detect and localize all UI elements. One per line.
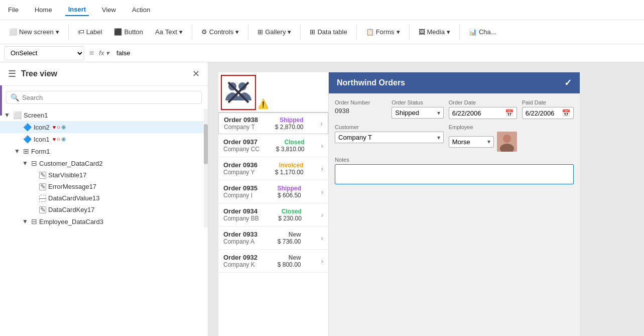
gallery-button[interactable]: ⊞ Gallery ▾ bbox=[252, 26, 296, 38]
field-order-status: Order Status Shipped ▾ bbox=[392, 99, 443, 119]
hamburger-icon[interactable]: ☰ bbox=[8, 68, 16, 79]
order-number-value: 0938 bbox=[335, 107, 387, 115]
field-order-number: Order Number 0938 bbox=[335, 99, 387, 119]
paid-date-input[interactable]: 6/22/2006 📅 bbox=[522, 107, 574, 119]
menu-file[interactable]: File bbox=[5, 4, 22, 16]
company-0936: Company Y bbox=[223, 169, 257, 176]
separator2 bbox=[192, 25, 192, 40]
order-amount-0937: $ 3,810.00 bbox=[276, 146, 305, 153]
order-info-0936: Order 0936 Company Y bbox=[223, 161, 257, 176]
order-date-input[interactable]: 6/22/2006 📅 bbox=[449, 107, 517, 119]
order-num-0935: Order 0935 bbox=[223, 184, 257, 192]
label-button[interactable]: 🏷 Label bbox=[73, 26, 107, 38]
form1-icon: ⊞ bbox=[23, 147, 29, 155]
detail-checkmark-icon[interactable]: ✓ bbox=[564, 77, 572, 88]
forms-chevron-icon: ▾ bbox=[397, 28, 400, 36]
icon2-users-svg bbox=[224, 78, 252, 106]
tree-label-form1: Form1 bbox=[31, 148, 50, 155]
separator1 bbox=[68, 25, 69, 40]
order-status-0935: Shipped bbox=[277, 185, 301, 192]
tree-item-form1[interactable]: ▼ ⊞ Form1 bbox=[0, 145, 204, 157]
menu-home[interactable]: Home bbox=[32, 4, 55, 16]
sidebar-close-button[interactable]: ✕ bbox=[192, 68, 200, 79]
employee-dropdown-value: Morse bbox=[452, 138, 470, 146]
company-0934: Company BB bbox=[223, 215, 259, 222]
data-table-button[interactable]: ⊞ Data table bbox=[305, 26, 352, 38]
warning-badge-icon2: ○ bbox=[57, 136, 60, 143]
menu-view[interactable]: View bbox=[99, 4, 119, 16]
order-num-0932: Order 0932 bbox=[223, 254, 257, 261]
order-date-label: Order Date bbox=[449, 99, 517, 105]
data-table-icon: ⊞ bbox=[310, 28, 315, 36]
order-amount-0935: $ 606.50 bbox=[277, 192, 301, 199]
datacard3-icon: ⊟ bbox=[31, 217, 37, 226]
list-item-0938[interactable]: Order 0938 Company T Shipped $ 2,870.00 … bbox=[218, 113, 328, 134]
tree-item-employee-datacard3[interactable]: ▼ ⊟ Employee_DataCard3 bbox=[0, 215, 204, 228]
tree-item-errormessage17[interactable]: ✎ ErrorMessage17 bbox=[0, 181, 204, 192]
forms-button[interactable]: 📋 Forms ▾ bbox=[361, 26, 405, 38]
tree-label-employee-datacard3: Employee_DataCard3 bbox=[39, 218, 103, 226]
order-num-0933: Order 0933 bbox=[223, 231, 257, 238]
tree-item-screen1[interactable]: ▼ ⬜ Screen1 bbox=[0, 109, 204, 121]
notes-input[interactable] bbox=[335, 164, 574, 184]
employee-dropdown[interactable]: Morse ▾ bbox=[449, 136, 494, 148]
tree-content: ▼ ⬜ Screen1 🔷 Icon2 ♥ ○ ⊕ bbox=[0, 109, 204, 228]
sidebar-scrollbar[interactable] bbox=[204, 109, 208, 228]
chart-label: Cha... bbox=[479, 28, 496, 36]
list-item-0934[interactable]: Order 0934 Company BB Closed $ 230.00 › bbox=[218, 203, 328, 227]
separator3 bbox=[248, 25, 248, 40]
new-screen-label: New screen bbox=[19, 28, 54, 36]
tree-item-datacardkey17[interactable]: ✎ DataCardKey17 bbox=[0, 204, 204, 215]
chevron-0933: › bbox=[321, 234, 323, 242]
new-screen-button[interactable]: ⬜ New screen ▾ bbox=[4, 26, 64, 38]
plus-badge: ⊕ bbox=[61, 124, 66, 131]
tree-item-icon1[interactable]: 🔷 Icon1 ♥ ○ ⊕ bbox=[0, 133, 204, 145]
list-item-0936[interactable]: Order 0936 Company Y Invoiced $ 1,170.00… bbox=[218, 157, 328, 180]
company-0932: Company K bbox=[223, 261, 257, 268]
tree-item-datacardvalue13[interactable]: — DataCardValue13 bbox=[0, 192, 204, 204]
sidebar-scroll-thumb[interactable] bbox=[204, 124, 208, 164]
order-right-0935: Shipped $ 606.50 bbox=[277, 185, 301, 199]
media-button[interactable]: 🖼 Media ▾ bbox=[414, 26, 455, 38]
tree-item-starvisible17[interactable]: ✎ StarVisible17 bbox=[0, 169, 204, 181]
controls-button[interactable]: ⚙ Controls ▾ bbox=[196, 26, 244, 38]
icon-selection-box[interactable] bbox=[221, 75, 256, 110]
customer-dropdown-arrow: ▾ bbox=[437, 134, 440, 141]
list-item-0933[interactable]: Order 0933 Company A New $ 736.00 › bbox=[218, 227, 328, 250]
tree-item-customer-datacard2[interactable]: ▼ ⊟ Customer_DataCard2 bbox=[0, 157, 204, 169]
search-input[interactable] bbox=[22, 94, 197, 101]
paid-date-value: 6/22/2006 bbox=[526, 109, 555, 117]
field-customer: Customer Company T ▾ bbox=[335, 124, 444, 152]
canvas-area: ⚠️ Order 0938 Company T Shipped $ 2,870.… bbox=[208, 62, 644, 336]
icon1-badges: ♥ ○ ⊕ bbox=[53, 136, 66, 143]
formula-input[interactable] bbox=[112, 46, 640, 60]
list-item-0935[interactable]: Order 0935 Company I Shipped $ 606.50 › bbox=[218, 180, 328, 203]
order-status-0938: Shipped bbox=[275, 117, 304, 124]
menu-insert[interactable]: Insert bbox=[65, 4, 89, 16]
chevron-0932: › bbox=[321, 257, 323, 265]
detail-body: Order Number 0938 Order Status Shipped ▾… bbox=[329, 93, 580, 190]
order-status-0936: Invoiced bbox=[275, 162, 304, 169]
dashes-icon: — bbox=[39, 195, 46, 202]
chart-button[interactable]: 📊 Cha... bbox=[464, 26, 501, 38]
svg-point-5 bbox=[503, 135, 511, 143]
tree-label-datacardvalue13: DataCardValue13 bbox=[48, 194, 99, 202]
search-icon: 🔍 bbox=[11, 93, 19, 101]
tree-item-icon2[interactable]: 🔷 Icon2 ♥ ○ ⊕ bbox=[0, 121, 204, 133]
text-button[interactable]: Aa Text ▾ bbox=[150, 26, 188, 38]
menu-action[interactable]: Action bbox=[129, 4, 153, 16]
order-status-dropdown[interactable]: Shipped ▾ bbox=[392, 107, 443, 119]
edit-icon2: ✎ bbox=[39, 183, 46, 190]
order-info-0937: Order 0937 Company CC bbox=[223, 138, 260, 153]
separator5 bbox=[356, 25, 357, 40]
property-selector[interactable]: OnSelect bbox=[4, 46, 84, 60]
plus-badge2: ⊕ bbox=[61, 136, 66, 143]
order-amount-0934: $ 230.00 bbox=[278, 215, 302, 222]
customer-dropdown[interactable]: Company T ▾ bbox=[335, 132, 444, 143]
list-item-0932[interactable]: Order 0932 Company K New $ 800.00 › bbox=[218, 250, 328, 273]
field-paid-date: Paid Date 6/22/2006 📅 bbox=[522, 99, 574, 119]
gallery-label: Gallery bbox=[265, 28, 286, 36]
controls-icon: ⚙ bbox=[201, 28, 207, 36]
list-item-0937[interactable]: Order 0937 Company CC Closed $ 3,810.00 … bbox=[218, 134, 328, 157]
button-button[interactable]: ⬛ Button bbox=[109, 26, 148, 38]
